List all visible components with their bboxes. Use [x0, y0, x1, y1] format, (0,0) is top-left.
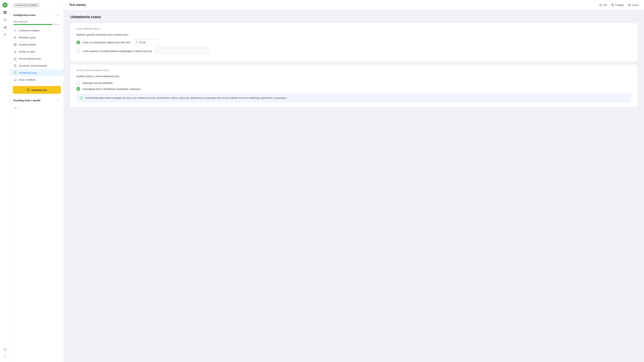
rail-settings-icon[interactable]	[2, 32, 8, 38]
opcje-option1-radio[interactable]	[76, 81, 80, 85]
progress-label: 83% ukończono	[14, 20, 60, 23]
sidebar-item-label-czas: Ustawienia czasu	[19, 72, 37, 74]
progress-area: 83% ukończono	[10, 19, 64, 26]
main-area: Test wiedzy Info Podgląd	[64, 0, 644, 362]
sidebar-item-label-menedzer: Menedżer pytań	[19, 36, 36, 39]
svg-rect-3	[4, 12, 5, 14]
czas-trwania-label: CZAS TRWANIA TESTU	[76, 28, 631, 30]
opcje-label: OPCJE URUCHOMIENIA TESTU	[76, 70, 631, 72]
opcje-option2-row: Udostępnię test w określonym przedziale …	[76, 87, 631, 91]
icon-rail: ?	[0, 0, 10, 362]
clock-active-icon	[14, 71, 17, 74]
settings-icon	[14, 29, 17, 32]
preview-label: Podgląd	[615, 4, 624, 6]
certificate-icon	[14, 78, 17, 82]
svg-point-32	[81, 97, 82, 98]
time-option1-radio[interactable]	[76, 40, 80, 44]
schedule-button[interactable]: Zaplanuj test	[13, 86, 61, 94]
home-icon	[14, 57, 17, 60]
sidebar-item-label-dostep: Dostęp do testu	[19, 50, 35, 53]
svg-point-5	[4, 19, 5, 20]
svg-point-13	[15, 30, 16, 31]
sidebar-item-wzor-certyfikatu[interactable]: Wzór certyfikatu	[10, 76, 64, 83]
lock-icon	[14, 50, 17, 53]
config-section-title: Konfiguracja testu	[14, 14, 36, 16]
svg-rect-1	[4, 11, 5, 12]
results-section-header[interactable]: Przebieg testu i wyniki	[14, 98, 60, 102]
svg-rect-18	[14, 52, 16, 53]
time-input[interactable]: 01:00	[139, 41, 153, 44]
svg-rect-16	[14, 45, 15, 46]
time-option1-label: Czas na rozwiązanie całego testu (hh:mm)…	[82, 41, 131, 44]
results-collapse-icon[interactable]	[56, 98, 60, 102]
status-badge: W TRAKCIE USTAWIEŃ	[14, 3, 39, 7]
sidebar-item-ustawienia-wstepne[interactable]: Ustawienia wstępne	[10, 27, 64, 34]
section-czas-trwania: CZAS TRWANIA TESTU Wybierz sposób mierze…	[70, 23, 637, 61]
info-box-icon	[80, 96, 83, 100]
info-button[interactable]: Info	[599, 4, 607, 6]
svg-rect-15	[15, 44, 16, 44]
config-section: Konfiguracja testu	[10, 9, 64, 19]
opcje-intro: Wybierz jedną z metod aktywacji testu:	[76, 75, 631, 78]
svg-rect-8	[5, 26, 5, 28]
sidebar: W TRAKCIE USTAWIEŃ Konfiguracja testu 83…	[10, 0, 64, 362]
menedzer-icon	[14, 36, 17, 39]
opcje-option2-radio[interactable]	[76, 87, 80, 91]
sidebar-nav: Ustawienia wstępne Menedżer pytań Zestaw…	[10, 26, 64, 85]
sidebar-expand-bottom[interactable]	[10, 105, 64, 111]
preview-button[interactable]: Podgląd	[611, 4, 624, 6]
sidebar-item-ocenianie[interactable]: Ocenianie i podsumowanie	[10, 62, 64, 69]
sidebar-item-label-certyfikat: Wzór certyfikatu	[19, 78, 36, 81]
rail-help-icon[interactable]: ?	[2, 346, 8, 352]
sidebar-item-label-strona: Strona startowa testu	[19, 57, 41, 60]
sidebar-item-zestawy-testowe[interactable]: Zestawy testowe	[10, 41, 64, 48]
rail-chart-icon[interactable]	[2, 24, 8, 30]
results-section: Przebieg testu i wyniki	[10, 95, 64, 105]
czas-trwania-intro: Wybierz sposób mierzenia czasu trwania t…	[76, 33, 631, 36]
svg-rect-4	[5, 12, 6, 14]
svg-point-27	[612, 5, 613, 5]
sidebar-item-label-ustawienia-wstepne: Ustawienia wstępne	[19, 29, 40, 32]
info-box-text: Ustal poniżej datę otwarcia dostępu do t…	[85, 96, 287, 100]
svg-rect-19	[14, 64, 16, 67]
time-clock-icon	[135, 41, 138, 44]
svg-point-29	[630, 5, 630, 5]
svg-point-24	[600, 4, 601, 5]
svg-rect-2	[5, 11, 6, 12]
time-option2-radio[interactable]	[76, 49, 80, 53]
svg-rect-9	[6, 26, 6, 28]
print-button[interactable]: Drukuj	[628, 4, 639, 6]
rail-back-icon[interactable]	[2, 354, 8, 360]
config-section-header[interactable]: Konfiguracja testu	[14, 12, 60, 18]
info-label: Info	[603, 4, 607, 6]
opcje-option1-row: Aktywuję test samodzielnie	[76, 81, 631, 85]
topbar: Test wiedzy Info Podgląd	[64, 0, 644, 10]
sidebar-item-dostep-do-testu[interactable]: Dostęp do testu	[10, 48, 64, 55]
time-input-wrapper: 01:00	[133, 40, 160, 45]
logo-icon[interactable]	[2, 2, 8, 8]
topbar-title: Test wiedzy	[69, 3, 86, 7]
page-title: Ustawienia czasu	[70, 15, 637, 19]
time-option2-input[interactable]	[155, 48, 209, 54]
time-option1-row: Czas na rozwiązanie całego testu (hh:mm)…	[76, 40, 631, 45]
config-collapse-icon[interactable]	[56, 12, 60, 17]
svg-text:?: ?	[4, 348, 6, 351]
sidebar-item-menedzer-pytan[interactable]: Menedżer pytań	[10, 34, 64, 41]
rail-users-icon[interactable]	[2, 17, 8, 23]
svg-point-0	[2, 2, 8, 8]
topbar-actions: Info Podgląd Drukuj	[599, 4, 639, 6]
zestawy-icon	[14, 43, 17, 46]
svg-rect-21	[14, 79, 16, 80]
svg-rect-14	[14, 44, 15, 44]
print-label: Drukuj	[632, 4, 639, 6]
progress-bar-fill	[14, 24, 52, 25]
sidebar-item-label-zestawy: Zestawy testowe	[19, 43, 36, 46]
rail-grid-icon[interactable]	[2, 10, 8, 16]
sidebar-item-ustawienia-czasu[interactable]: Ustawienia czasu	[10, 69, 64, 76]
svg-rect-7	[4, 27, 4, 28]
opcje-option2-label: Udostępnię test w określonym przedziale …	[82, 88, 141, 90]
section-opcje: OPCJE URUCHOMIENIA TESTU Wybierz jedną z…	[70, 65, 637, 107]
progress-bar-bg	[14, 24, 60, 25]
sidebar-item-strona-startowa[interactable]: Strona startowa testu	[10, 55, 64, 62]
sidebar-item-label-ocenianie: Ocenianie i podsumowanie	[19, 64, 47, 67]
